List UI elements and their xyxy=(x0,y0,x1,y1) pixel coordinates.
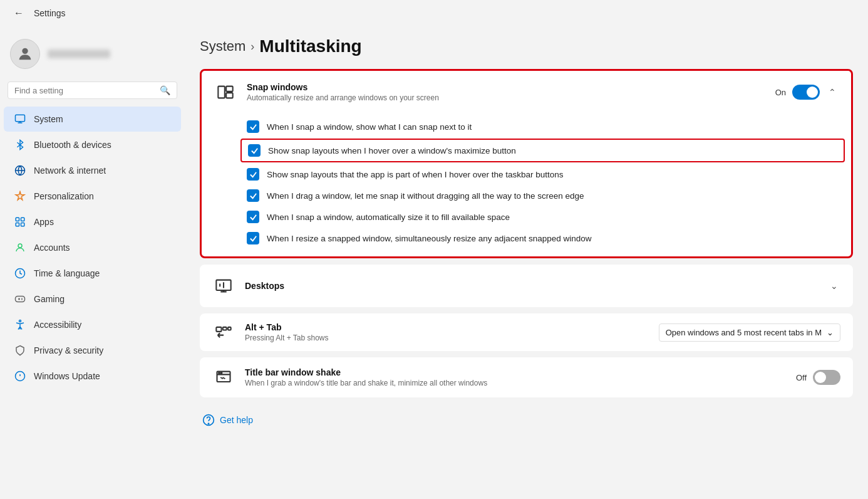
svg-point-0 xyxy=(22,48,28,54)
sidebar-item-apps[interactable]: Apps xyxy=(4,209,181,234)
alt-tab-info: Alt + Tab Pressing Alt + Tab shows xyxy=(245,322,649,342)
snap-toggle-label: On xyxy=(775,88,786,97)
sidebar-label-time: Time & language xyxy=(34,268,100,278)
sidebar-item-bluetooth[interactable]: Bluetooth & devices xyxy=(4,132,181,157)
avatar xyxy=(10,39,40,69)
dropdown-chevron-icon: ⌄ xyxy=(827,328,834,337)
breadcrumb[interactable]: System xyxy=(200,38,245,55)
help-icon xyxy=(202,414,215,426)
snap-opt6-text: When I resize a snapped window, simultan… xyxy=(267,234,592,243)
sidebar-nav: System Bluetooth & devices Network & int… xyxy=(0,107,185,389)
svg-rect-4 xyxy=(16,218,19,221)
snap-chevron-up[interactable]: ⌃ xyxy=(826,85,839,100)
breadcrumb-arrow: › xyxy=(251,40,254,53)
snap-options-list: When I snap a window, show what I can sn… xyxy=(202,113,851,256)
snap-opt3-checkbox[interactable] xyxy=(247,168,259,181)
snap-option-5: When I snap a window, automatically size… xyxy=(247,206,839,228)
snap-opt5-checkbox[interactable] xyxy=(247,211,259,223)
snap-toggle[interactable] xyxy=(792,85,820,100)
sidebar-item-time[interactable]: Time & language xyxy=(4,261,181,286)
snap-opt4-text: When I drag a window, let me snap it wit… xyxy=(267,191,584,201)
snap-windows-title: Snap windows xyxy=(247,82,765,92)
alt-tab-desc: Pressing Alt + Tab shows xyxy=(245,334,649,342)
snap-option-2: Show snap layouts when I hover over a wi… xyxy=(240,139,845,162)
accounts-icon xyxy=(14,241,26,254)
snap-opt1-text: When I snap a window, show what I can sn… xyxy=(267,122,472,132)
snap-option-3: Show snap layouts that the app is part o… xyxy=(247,164,839,185)
sidebar-label-update: Windows Update xyxy=(34,371,100,381)
snap-windows-header: Snap windows Automatically resize and ar… xyxy=(202,71,851,113)
desktops-info: Desktops xyxy=(245,281,818,291)
sidebar-label-network: Network & internet xyxy=(34,165,106,176)
user-section xyxy=(0,31,185,79)
snap-opt2-checkbox[interactable] xyxy=(248,144,261,157)
snap-opt2-text: Show snap layouts when I hover over a wi… xyxy=(268,146,516,155)
get-help-link[interactable]: Get help xyxy=(200,404,853,436)
snap-windows-icon xyxy=(214,81,237,103)
personalization-icon xyxy=(14,190,26,202)
snap-opt5-text: When I snap a window, automatically size… xyxy=(267,213,510,222)
desktops-header: Desktops ⌄ xyxy=(200,265,853,307)
alt-tab-icon xyxy=(212,321,235,344)
desktops-icon xyxy=(212,275,235,297)
title-shake-desc: When I grab a window's title bar and sha… xyxy=(245,379,786,387)
sidebar-label-system: System xyxy=(34,114,63,124)
sidebar-item-personalization[interactable]: Personalization xyxy=(4,184,181,209)
svg-rect-2 xyxy=(18,122,23,123)
privacy-icon xyxy=(14,344,26,357)
sidebar-label-accessibility: Accessibility xyxy=(34,320,81,330)
title-shake-card: Title bar window shake When I grab a win… xyxy=(200,357,853,397)
desktops-chevron-down[interactable]: ⌄ xyxy=(828,278,840,293)
title-shake-toggle[interactable] xyxy=(813,370,840,385)
title-shake-icon xyxy=(212,366,235,389)
sidebar-item-gaming[interactable]: Gaming xyxy=(4,286,181,312)
title-shake-toggle-label: Off xyxy=(796,373,807,382)
update-icon xyxy=(14,370,26,382)
sidebar-label-apps: Apps xyxy=(34,217,54,227)
snap-opt1-checkbox[interactable] xyxy=(247,120,259,133)
gaming-icon xyxy=(14,293,26,305)
snap-windows-desc: Automatically resize and arrange windows… xyxy=(247,93,765,102)
snap-opt6-checkbox[interactable] xyxy=(247,232,259,244)
bluetooth-icon xyxy=(14,139,26,151)
snap-windows-card: Snap windows Automatically resize and ar… xyxy=(200,69,853,258)
sidebar-item-privacy[interactable]: Privacy & security xyxy=(4,338,181,363)
network-icon xyxy=(14,164,26,177)
svg-rect-14 xyxy=(226,87,233,92)
sidebar-label-gaming: Gaming xyxy=(34,294,65,304)
svg-rect-5 xyxy=(21,218,24,221)
alt-tab-dropdown[interactable]: Open windows and 5 most recent tabs in M… xyxy=(659,323,840,342)
sidebar-item-accessibility[interactable]: Accessibility xyxy=(4,312,181,337)
snap-toggle-area: On ⌃ xyxy=(775,85,839,100)
back-button[interactable]: ← xyxy=(10,5,28,21)
svg-point-8 xyxy=(18,244,22,248)
title-bar: ← Settings xyxy=(0,0,868,26)
page-title: Multitasking xyxy=(259,36,361,56)
search-box[interactable]: 🔍 xyxy=(8,81,177,99)
svg-rect-15 xyxy=(226,93,233,98)
alt-tab-header: Alt + Tab Pressing Alt + Tab shows Open … xyxy=(200,313,853,351)
svg-rect-1 xyxy=(16,115,25,122)
system-icon xyxy=(14,113,26,125)
svg-rect-3 xyxy=(19,122,21,123)
sidebar-item-network[interactable]: Network & internet xyxy=(4,158,181,183)
sidebar-item-update[interactable]: Windows Update xyxy=(4,364,181,389)
svg-rect-7 xyxy=(21,223,24,226)
snap-opt4-checkbox[interactable] xyxy=(247,189,259,202)
sidebar-item-accounts[interactable]: Accounts xyxy=(4,235,181,260)
apps-icon xyxy=(14,216,26,228)
svg-point-24 xyxy=(219,372,220,374)
search-input[interactable] xyxy=(14,86,155,95)
sidebar-label-privacy: Privacy & security xyxy=(34,345,103,355)
content-area: System › Multitasking Snap windows Autom… xyxy=(185,26,868,499)
title-shake-toggle-knob xyxy=(815,372,826,383)
title-shake-toggle-area: Off xyxy=(796,370,840,385)
sidebar-label-bluetooth: Bluetooth & devices xyxy=(34,140,111,150)
time-icon xyxy=(14,267,26,280)
svg-rect-21 xyxy=(228,327,231,330)
search-icon: 🔍 xyxy=(160,85,170,95)
page-header: System › Multitasking xyxy=(200,36,853,56)
svg-rect-19 xyxy=(216,327,221,332)
svg-point-11 xyxy=(19,320,21,322)
sidebar-item-system[interactable]: System xyxy=(4,107,181,132)
